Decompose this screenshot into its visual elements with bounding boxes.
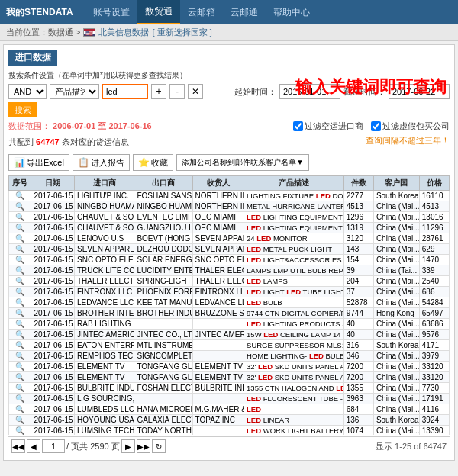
clear-filter-btn[interactable]: ✕ <box>188 84 203 99</box>
cell-21-4[interactable]: TOPAZ INC <box>192 415 244 426</box>
cell-18-6[interactable]: 1355 <box>344 383 373 394</box>
cell-19-4[interactable] <box>192 394 244 404</box>
page-next-btn[interactable]: ▶ <box>121 439 135 453</box>
cell-11-5[interactable]: 9744 CTN DIGITAL COPIER/PRINTER ACC FOR … <box>244 308 344 319</box>
cell-11-7[interactable]: Hong Kong <box>373 308 419 319</box>
cell-0-6[interactable]: 2277 <box>344 191 373 201</box>
cell-11-8[interactable]: 65497 <box>419 308 449 319</box>
cell-6-4[interactable]: SNC OPTO ELEC... <box>192 255 244 265</box>
cell-17-3[interactable]: TONGFANG GLO... <box>134 372 192 383</box>
cell-1-7[interactable]: China (Mai... <box>373 201 419 212</box>
air-checkbox[interactable] <box>293 121 303 131</box>
cell-3-1[interactable]: 2017-06-15 <box>31 223 75 233</box>
row-search-icon[interactable]: 🔍 <box>15 234 24 243</box>
cell-2-7[interactable]: China (Mai... <box>373 212 419 223</box>
cell-6-1[interactable]: 2017-06-15 <box>31 255 75 265</box>
cell-15-2[interactable]: REMPHOS TECH... <box>75 351 134 362</box>
cell-0-5[interactable]: LIGHTING FIXTURE LED DOWNLIGHT LED MULT.… <box>244 191 344 201</box>
table-row[interactable]: 🔍2017-06-15LIGHTU'P INC.FOSHAN SANSH...N… <box>9 191 450 201</box>
cell-16-6[interactable]: 7200 <box>344 362 373 372</box>
cell-21-1[interactable]: 2017-06-15 <box>31 415 75 426</box>
cell-21-2[interactable]: HOYOUNG USA I... <box>75 415 134 426</box>
cell-3-2[interactable]: CHAUVET & SON... <box>75 223 134 233</box>
table-row[interactable]: 🔍2017-06-15ELEMENT TVTONGFANG GLO...ELEM… <box>9 372 450 383</box>
cell-0-4[interactable]: NORTHERN INTE... <box>192 191 244 201</box>
field-select[interactable]: 产品描述 进口商 出口商 <box>50 84 99 99</box>
end-date-input[interactable] <box>389 84 450 99</box>
cell-10-5[interactable]: LED BULB <box>244 298 344 308</box>
cell-1-8[interactable]: 4513 <box>419 201 449 212</box>
cell-19-2[interactable]: L G SOURCING, I... <box>75 394 134 404</box>
cell-1-1[interactable]: 2017-06-15 <box>31 201 75 212</box>
page-last-btn[interactable]: ▶▶ <box>137 439 150 453</box>
cell-19-5[interactable]: LED FLUORESCENT TUBE -FAX:86 -574-8884-5… <box>244 394 344 404</box>
cell-12-1[interactable]: 2017-06-15 <box>31 319 75 330</box>
cell-9-6[interactable]: 37 <box>344 287 373 298</box>
cell-3-7[interactable]: China (Mai... <box>373 223 419 233</box>
cell-9-1[interactable]: 2017-06-15 <box>31 287 75 298</box>
add-contact-btn[interactable]: 添加公司名称到邮件联系客户名单▼ <box>176 154 309 171</box>
cell-5-2[interactable]: SEVEN APPAREL <box>75 244 134 255</box>
cell-22-5[interactable]: LED WORK LIGHT BATTERY LED STRIP LIGHT <box>244 426 344 436</box>
cell-4-4[interactable]: SEVEN APPAREL <box>192 233 244 244</box>
cell-1-5[interactable]: METAL HURRICANE LANTERN W LED CANDLE T..… <box>244 201 344 212</box>
cell-21-3[interactable]: GALAXIA ELECTR... <box>134 415 192 426</box>
table-row[interactable]: 🔍2017-06-15HOYOUNG USA I...GALAXIA ELECT… <box>9 415 450 426</box>
cell-19-6[interactable]: 3963 <box>344 394 373 404</box>
cell-8-1[interactable]: 2017-06-15 <box>31 276 75 287</box>
cell-2-3[interactable]: EVENTEC LIMITED <box>134 212 192 223</box>
collect-btn[interactable]: ⭐ 收藏 <box>133 154 173 171</box>
row-search-icon[interactable]: 🔍 <box>15 416 24 424</box>
cell-10-1[interactable]: 2017-06-15 <box>31 298 75 308</box>
cell-13-5[interactable]: 15W LED CEILING LAMP 14 3000K <box>244 330 344 340</box>
table-row[interactable]: 🔍2017-06-15LUMSING TECHN...TODAY NORTH L… <box>9 426 450 436</box>
cell-20-2[interactable]: LUMBLEDS LLC <box>75 404 134 415</box>
row-search-icon[interactable]: 🔍 <box>15 426 24 435</box>
cell-15-1[interactable]: 2017-06-15 <box>31 351 75 362</box>
cell-12-4[interactable] <box>192 319 244 330</box>
cell-8-2[interactable]: THALER ELECTRIC <box>75 276 134 287</box>
cell-21-6[interactable]: 136 <box>344 415 373 426</box>
cell-2-6[interactable]: 1296 <box>344 212 373 223</box>
keyword-input[interactable] <box>102 84 148 99</box>
table-row[interactable]: 🔍2017-06-15BROTHER INTERN...BROTHER INDU… <box>9 308 450 319</box>
table-row[interactable]: 🔍2017-06-15CHAUVET & SON...GUANGZHOU HUA… <box>9 223 450 233</box>
row-search-icon[interactable]: 🔍 <box>15 362 24 371</box>
table-row[interactable]: 🔍2017-06-15FINTRONX LLCPHOENIX FOREIG...… <box>9 287 450 298</box>
cell-3-3[interactable]: GUANGZHOU HUAMA... <box>134 223 192 233</box>
table-row[interactable]: 🔍2017-06-15REMPHOS TECH...SIGNCOMPLETE L… <box>9 351 450 362</box>
cell-21-7[interactable]: South Korea <box>373 415 419 426</box>
cell-6-5[interactable]: LED LIGHT&ACCESSORIES <box>244 255 344 265</box>
page-prev-btn[interactable]: ◀ <box>27 439 40 453</box>
cell-19-7[interactable]: China (Mai... <box>373 394 419 404</box>
cell-18-7[interactable]: China (Mai... <box>373 383 419 394</box>
cell-15-7[interactable]: China (Mai... <box>373 351 419 362</box>
cell-22-6[interactable]: 1074 <box>344 426 373 436</box>
cell-20-3[interactable]: HANA MICROELE... <box>134 404 192 415</box>
table-row[interactable]: 🔍2017-06-15LEDVANCE LLCKEE TAT MANUF...L… <box>9 298 450 308</box>
cell-13-1[interactable]: 2017-06-15 <box>31 330 75 340</box>
cell-4-6[interactable]: 3120 <box>344 233 373 244</box>
cell-5-8[interactable]: 629 <box>419 244 449 255</box>
cell-1-4[interactable]: NORTHERN INTE... <box>192 201 244 212</box>
table-row[interactable]: 🔍2017-06-15SEVEN APPARELDEZHOU DODO ...S… <box>9 244 450 255</box>
cell-12-2[interactable]: RAB LIGHTING INC <box>75 319 134 330</box>
cell-1-3[interactable]: NINGBO HUAMA... <box>134 201 192 212</box>
cell-0-8[interactable]: 16110 <box>419 191 449 201</box>
cell-14-8[interactable]: 4171 <box>419 340 449 351</box>
cell-3-5[interactable]: LED LIGHTING EQUIPMENT H.S.CO DE:9405409… <box>244 223 344 233</box>
table-row[interactable]: 🔍2017-06-15BULBRITE INDUS...FOSHAN ELECT… <box>9 383 450 394</box>
table-row[interactable]: 🔍2017-06-15ELEMENT TVTONGFANG GLO...ELEM… <box>9 362 450 372</box>
cell-14-5[interactable]: SURGE SUPPRESSOR MLS1ON-347V-S LED HIGH.… <box>244 340 344 351</box>
row-search-icon[interactable]: 🔍 <box>15 309 24 317</box>
row-search-icon[interactable]: 🔍 <box>15 352 24 360</box>
cell-2-1[interactable]: 2017-06-15 <box>31 212 75 223</box>
row-search-icon[interactable]: 🔍 <box>15 191 24 200</box>
cell-0-2[interactable]: LIGHTU'P INC. <box>75 191 134 201</box>
cell-22-7[interactable]: China (Mai... <box>373 426 419 436</box>
cell-7-2[interactable]: TRUCK LITE COM... <box>75 265 134 276</box>
cell-13-4[interactable]: JINTEC AMERICA... <box>192 330 244 340</box>
table-row[interactable]: 🔍2017-06-15LENOVO U.SBOEVT (HONG K...SEV… <box>9 233 450 244</box>
cell-16-7[interactable]: China (Mai... <box>373 362 419 372</box>
cell-2-4[interactable]: OEC MIAMI <box>192 212 244 223</box>
